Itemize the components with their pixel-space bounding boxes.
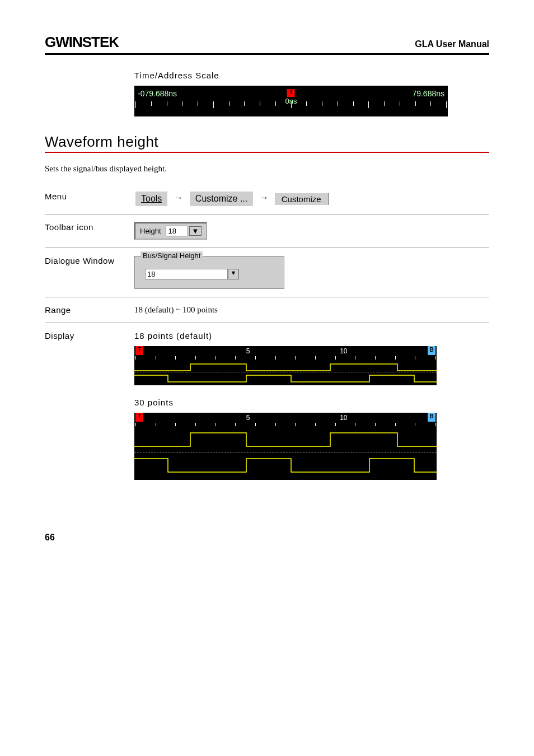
height-combobox-dropdown[interactable]: ▼ bbox=[228, 269, 239, 279]
menu-row-content: Tools → Customize ... → Customize bbox=[134, 192, 489, 206]
waveform-30pt-figure: T B 5 10 bbox=[134, 413, 437, 480]
timescale-right-value: 79.688ns bbox=[412, 89, 444, 98]
page-header: GWINSTEK GLA User Manual bbox=[45, 34, 489, 55]
display-row-content: 18 points (default) T B 5 10 30 points T… bbox=[134, 331, 489, 480]
arrow-icon: → bbox=[260, 193, 269, 202]
wf-tick-10: 10 bbox=[340, 414, 347, 422]
menu-row-label: Menu bbox=[45, 192, 134, 201]
section-divider bbox=[45, 152, 489, 153]
wf-divider bbox=[134, 452, 437, 452]
wf-tick-5: 5 bbox=[246, 347, 250, 355]
menu-tools-text: Tools bbox=[141, 194, 162, 203]
groupbox-legend: Bus/Signal Height bbox=[140, 251, 203, 260]
timescale-ticks bbox=[134, 101, 448, 108]
height-toolbar-control: Height 18 ▼ bbox=[134, 222, 207, 240]
section-description: Sets the signal/bus displayed height. bbox=[45, 164, 489, 174]
page-number: 66 bbox=[45, 533, 489, 543]
wf-ticks-row bbox=[134, 356, 437, 362]
t-marker-icon: T bbox=[287, 89, 295, 97]
height-combobox-input[interactable] bbox=[145, 269, 228, 279]
section-title: Waveform height bbox=[45, 133, 489, 151]
wf-tick-10: 10 bbox=[340, 347, 347, 355]
toolbar-row-content: Height 18 ▼ bbox=[134, 222, 489, 240]
wf-signal-1 bbox=[134, 431, 437, 449]
timescale-left-value: -079.688ns bbox=[138, 89, 177, 98]
timescale-figure: -079.688ns T 0ns 79.688ns bbox=[134, 86, 448, 116]
brand-logo: GWINSTEK bbox=[45, 34, 119, 51]
wf-divider bbox=[134, 372, 437, 372]
dialogue-row-label: Dialogue Window bbox=[45, 256, 134, 265]
dialogue-row-content: Bus/Signal Height ▼ bbox=[134, 256, 489, 289]
display-row: Display 18 points (default) T B 5 10 30 … bbox=[45, 323, 489, 488]
timescale-label: Time/Address Scale bbox=[134, 71, 489, 80]
wf-signal-2 bbox=[134, 374, 437, 383]
display-30-label: 30 points bbox=[134, 398, 489, 407]
menu-row: Menu Tools → Customize ... → Customize bbox=[45, 184, 489, 214]
customize-tab[interactable]: Customize bbox=[274, 193, 329, 205]
height-toolbar-value[interactable]: 18 bbox=[166, 226, 188, 236]
b-marker-icon: B bbox=[428, 346, 435, 355]
timescale-block: Time/Address Scale -079.688ns T 0ns 79.6… bbox=[134, 71, 489, 116]
wf-signal-1 bbox=[134, 363, 437, 372]
wf-ticks-row bbox=[134, 423, 437, 428]
range-row: Range 18 (default) ~ 100 points bbox=[45, 297, 489, 323]
toolbar-row: Toolbar icon Height 18 ▼ bbox=[45, 214, 489, 248]
range-row-text: 18 (default) ~ 100 points bbox=[134, 305, 489, 315]
waveform-18pt-figure: T B 5 10 bbox=[134, 346, 437, 385]
bus-signal-height-groupbox: Bus/Signal Height ▼ bbox=[134, 256, 284, 289]
range-row-label: Range bbox=[45, 305, 134, 315]
manual-title: GLA User Manual bbox=[415, 39, 489, 49]
wf-signal-2 bbox=[134, 456, 437, 474]
t-marker-icon: T bbox=[135, 413, 143, 422]
height-combobox[interactable]: ▼ bbox=[145, 269, 274, 279]
menu-customize-button[interactable]: Customize ... bbox=[190, 192, 253, 206]
height-toolbar-text: Height bbox=[140, 227, 161, 235]
display-18-label: 18 points (default) bbox=[134, 331, 489, 340]
display-row-label: Display bbox=[45, 331, 134, 340]
arrow-icon: → bbox=[174, 193, 183, 202]
menu-tools-button[interactable]: Tools bbox=[135, 192, 167, 206]
wf-tick-5: 5 bbox=[246, 414, 250, 422]
toolbar-row-label: Toolbar icon bbox=[45, 222, 134, 232]
dialogue-row: Dialogue Window Bus/Signal Height ▼ bbox=[45, 248, 489, 297]
t-marker-icon: T bbox=[135, 346, 143, 355]
height-toolbar-dropdown[interactable]: ▼ bbox=[189, 226, 202, 236]
b-marker-icon: B bbox=[428, 413, 435, 422]
